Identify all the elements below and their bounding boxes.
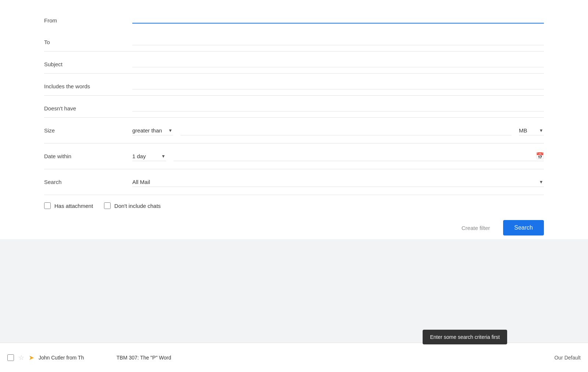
- date-text-input[interactable]: [173, 152, 536, 161]
- date-select[interactable]: 1 day 3 days 1 week 2 weeks 1 month 2 mo…: [132, 152, 166, 161]
- to-row: To: [44, 29, 544, 52]
- reply-arrow-icon: ➤: [29, 354, 34, 362]
- dont-include-chats-checkbox-item: Don't include chats: [104, 202, 161, 209]
- from-label: From: [44, 17, 132, 24]
- subject-row: Subject: [44, 52, 544, 74]
- checkboxes-row: Has attachment Don't include chats: [44, 195, 544, 213]
- doesnt-have-input-wrapper: [132, 102, 544, 111]
- search-in-select[interactable]: All Mail Inbox Starred Sent Mail Drafts …: [132, 177, 544, 187]
- to-input-wrapper: [132, 36, 544, 45]
- size-row: Size greater than less than ▾ MB KB Byte…: [44, 118, 544, 144]
- email-sender: John Cutler from Th: [39, 355, 112, 361]
- includes-label: Includes the words: [44, 83, 132, 89]
- subject-input[interactable]: [132, 58, 544, 67]
- has-attachment-checkbox-item: Has attachment: [44, 202, 93, 209]
- size-unit-select-wrapper: MB KB Bytes ▾: [519, 126, 544, 135]
- doesnt-have-input[interactable]: [132, 102, 544, 111]
- date-input-wrapper: 📅: [173, 152, 544, 161]
- actions-row: Create filter Search: [44, 213, 544, 239]
- email-row: ☆ ➤ John Cutler from Th TBM 307: The "P"…: [7, 354, 581, 362]
- to-label: To: [44, 39, 132, 45]
- date-within-row: Date within 1 day 3 days 1 week 2 weeks …: [44, 144, 544, 169]
- date-within-label: Date within: [44, 153, 132, 159]
- includes-input-wrapper: [132, 80, 544, 89]
- search-in-row: Search All Mail Inbox Starred Sent Mail …: [44, 169, 544, 195]
- from-row: From: [44, 7, 544, 29]
- size-comparison-select-wrapper: greater than less than ▾: [132, 126, 173, 135]
- star-icon[interactable]: ☆: [18, 354, 24, 362]
- from-input-wrapper: [132, 14, 544, 24]
- doesnt-have-label: Doesn't have: [44, 105, 132, 111]
- dont-include-chats-checkbox[interactable]: [104, 202, 111, 209]
- email-list-area: ☆ ➤ John Cutler from Th TBM 307: The "P"…: [0, 343, 588, 372]
- includes-row: Includes the words: [44, 74, 544, 96]
- includes-input[interactable]: [132, 80, 544, 89]
- from-input[interactable]: [132, 14, 544, 24]
- size-label: Size: [44, 127, 132, 134]
- search-in-label: Search: [44, 179, 132, 185]
- date-select-wrapper: 1 day 3 days 1 week 2 weeks 1 month 2 mo…: [132, 152, 166, 161]
- subject-input-wrapper: [132, 58, 544, 67]
- subject-label: Subject: [44, 61, 132, 67]
- search-criteria-tooltip: Enter some search criteria first: [423, 330, 507, 344]
- email-subject: TBM 307: The "P" Word: [116, 355, 550, 361]
- tooltip-text: Enter some search criteria first: [430, 334, 500, 340]
- email-row-checkbox[interactable]: [7, 354, 14, 361]
- search-button[interactable]: Search: [503, 220, 544, 235]
- doesnt-have-row: Doesn't have: [44, 96, 544, 118]
- search-in-select-wrapper: All Mail Inbox Starred Sent Mail Drafts …: [132, 177, 544, 187]
- dont-include-chats-label: Don't include chats: [114, 203, 161, 209]
- calendar-icon[interactable]: 📅: [536, 152, 544, 160]
- email-tail: Our Default: [554, 355, 581, 361]
- create-filter-button[interactable]: Create filter: [456, 221, 496, 235]
- has-attachment-label: Has attachment: [54, 203, 93, 209]
- size-comparison-select[interactable]: greater than less than: [132, 126, 173, 135]
- to-input[interactable]: [132, 36, 544, 45]
- size-unit-select[interactable]: MB KB Bytes: [519, 126, 544, 135]
- size-number-input[interactable]: [180, 126, 512, 135]
- has-attachment-checkbox[interactable]: [44, 202, 51, 209]
